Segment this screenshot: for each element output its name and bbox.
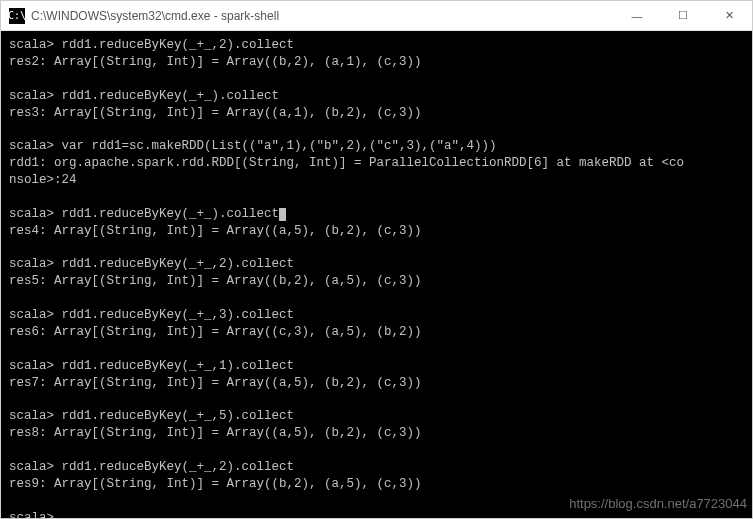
terminal-command-line: scala> rdd1.reduceByKey(_+_).collect bbox=[9, 88, 744, 105]
terminal-output-line: nsole>:24 bbox=[9, 172, 744, 189]
cmd-icon: C:\ bbox=[9, 8, 25, 24]
terminal-output-line: res2: Array[(String, Int)] = Array((b,2)… bbox=[9, 54, 744, 71]
terminal-output-line: rdd1: org.apache.spark.rdd.RDD[(String, … bbox=[9, 155, 744, 172]
terminal-command-line: scala> rdd1.reduceByKey(_+_,5).collect bbox=[9, 408, 744, 425]
terminal-prompt: scala> bbox=[9, 510, 744, 519]
terminal-output-line: res3: Array[(String, Int)] = Array((a,1)… bbox=[9, 105, 744, 122]
terminal-command-line: scala> rdd1.reduceByKey(_+_,2).collect bbox=[9, 37, 744, 54]
terminal-output-line: res5: Array[(String, Int)] = Array((b,2)… bbox=[9, 273, 744, 290]
window-title: C:\WINDOWS\system32\cmd.exe - spark-shel… bbox=[31, 9, 614, 23]
terminal-output-line: res9: Array[(String, Int)] = Array((b,2)… bbox=[9, 476, 744, 493]
terminal-command-line: scala> rdd1.reduceByKey(_+_,1).collect bbox=[9, 358, 744, 375]
close-button[interactable]: ✕ bbox=[706, 1, 752, 31]
terminal-output-line: res6: Array[(String, Int)] = Array((c,3)… bbox=[9, 324, 744, 341]
terminal-command-line: scala> rdd1.reduceByKey(_+_).collect bbox=[9, 206, 744, 223]
window-controls: — ☐ ✕ bbox=[614, 1, 752, 31]
terminal-cursor bbox=[279, 208, 286, 221]
terminal-command-line: scala> rdd1.reduceByKey(_+_,3).collect bbox=[9, 307, 744, 324]
terminal-command-line: scala> rdd1.reduceByKey(_+_,2).collect bbox=[9, 256, 744, 273]
minimize-button[interactable]: — bbox=[614, 1, 660, 31]
maximize-button[interactable]: ☐ bbox=[660, 1, 706, 31]
terminal-output-line: res7: Array[(String, Int)] = Array((a,5)… bbox=[9, 375, 744, 392]
terminal-output-line: res4: Array[(String, Int)] = Array((a,5)… bbox=[9, 223, 744, 240]
terminal-output-line: res8: Array[(String, Int)] = Array((a,5)… bbox=[9, 425, 744, 442]
cmd-window: C:\ C:\WINDOWS\system32\cmd.exe - spark-… bbox=[0, 0, 753, 519]
terminal-output[interactable]: scala> rdd1.reduceByKey(_+_,2).collectre… bbox=[1, 31, 752, 518]
terminal-command-line: scala> var rdd1=sc.makeRDD(List(("a",1),… bbox=[9, 138, 744, 155]
terminal-command-line: scala> rdd1.reduceByKey(_+_,2).collect bbox=[9, 459, 744, 476]
titlebar: C:\ C:\WINDOWS\system32\cmd.exe - spark-… bbox=[1, 1, 752, 31]
